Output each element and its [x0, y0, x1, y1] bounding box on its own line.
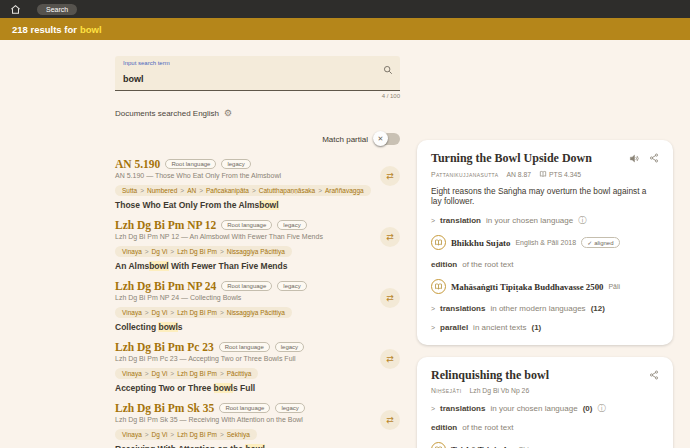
breadcrumb-link[interactable]: Nissaggiya Pācittiya: [227, 248, 285, 255]
author-name[interactable]: Mahāsaṅgīti Tipiṭaka Buddhavasse 2500: [451, 282, 603, 292]
breadcrumb-link[interactable]: Dg Vi: [152, 309, 168, 316]
compare-parallels-button[interactable]: ⇄: [380, 166, 400, 186]
expander-row[interactable]: >translationsin your chosen language(0)ⓘ: [431, 404, 659, 413]
search-field: Input search term: [115, 56, 400, 91]
breadcrumb-link[interactable]: Numbered: [147, 187, 177, 194]
expander-row[interactable]: >translationin your chosen languageⓘ: [431, 216, 659, 225]
search-input[interactable]: [123, 74, 363, 84]
result-snippet: Collecting bowls: [115, 322, 400, 332]
snippet-highlight: bowl: [149, 261, 168, 271]
breadcrumb-link[interactable]: Lzh Dg Bi Pm: [177, 431, 217, 438]
search-icon[interactable]: [383, 65, 393, 75]
result-title-link[interactable]: Lzh Dg Bi Pm NP 24: [115, 280, 216, 292]
search-results-list: AN 5.190Root languagelegacyAN 5.190 — Th…: [115, 158, 400, 448]
result-subtitle: Lzh Dg Bi Pm NP 12 — An Almsbowl With Fe…: [115, 233, 400, 240]
match-partial-toggle[interactable]: ✕: [374, 133, 400, 145]
breadcrumb-link[interactable]: Vinaya: [122, 370, 142, 377]
result-title-row: Lzh Dg Bi Pm Pc 23Root languagelegacy: [115, 341, 400, 353]
breadcrumb-link[interactable]: Vinaya: [122, 309, 142, 316]
breadcrumb: Sutta>Numbered>AN>Pañcakanipāta>Catuttha…: [115, 185, 371, 196]
expander-row[interactable]: >parallelin ancient texts(1): [431, 323, 659, 332]
breadcrumb-link[interactable]: Sutta: [122, 187, 137, 194]
author-name[interactable]: Bhikkhu Sujato: [451, 238, 510, 248]
result-badge: Root language: [221, 281, 272, 291]
pts-reference-text: PTS 4.345: [549, 171, 581, 178]
breadcrumb-link[interactable]: Vinaya: [122, 248, 142, 255]
card-meta-row: NiḥśejātiLzh Dg Bi Vb Np 26: [431, 387, 659, 394]
info-icon[interactable]: ⓘ: [578, 217, 586, 225]
result-snippet: Accepting Two or Three bowls Full: [115, 383, 400, 393]
breadcrumb-link[interactable]: Lzh Dg Bi Pm: [177, 248, 217, 255]
volume-icon[interactable]: [629, 153, 640, 164]
breadcrumb-link[interactable]: AN: [187, 187, 196, 194]
compare-parallels-button[interactable]: ⇄: [380, 410, 400, 430]
text-reference: AN 8.87: [506, 171, 531, 178]
publication-avatar: [431, 279, 446, 294]
breadcrumb-link[interactable]: Lzh Dg Bi Pm: [177, 309, 217, 316]
publication-avatar: [431, 442, 446, 448]
publication-row[interactable]: Mahāsaṅgīti Tipiṭaka Buddhavasse 2500Pāl…: [431, 279, 659, 294]
breadcrumb-link[interactable]: Vinaya: [122, 431, 142, 438]
breadcrumb-link[interactable]: Araññavagga: [325, 187, 364, 194]
breadcrumb-link[interactable]: Dg Vi: [152, 431, 168, 438]
book-icon: [539, 170, 547, 178]
publication-detail: Pāli: [608, 283, 620, 290]
result-title-link[interactable]: Lzh Dg Bi Pm NP 12: [115, 219, 216, 231]
breadcrumb-separator: >: [145, 370, 149, 377]
result-subtitle: Lzh Dg Bi Pm NP 24 — Collecting Bowls: [115, 294, 400, 301]
card-header: Turning the Bowl Upside Down: [431, 151, 659, 166]
snippet-highlight: bowl: [245, 444, 264, 448]
breadcrumb-link[interactable]: Catutthapaṇṇāsaka: [259, 187, 315, 194]
label-row: editionof the root text: [431, 423, 659, 432]
publication-row[interactable]: Bhikkhu SujatoEnglish & Pāli 2018✓aligne…: [431, 235, 659, 250]
breadcrumb-link[interactable]: Pācittiya: [227, 370, 252, 377]
snippet-highlight: bowl: [158, 322, 177, 332]
breadcrumb-link[interactable]: Pañcakanipāta: [206, 187, 249, 194]
card-title: Turning the Bowl Upside Down: [431, 151, 629, 166]
compare-parallels-button[interactable]: ⇄: [380, 349, 400, 369]
compare-parallels-button[interactable]: ⇄: [380, 227, 400, 247]
breadcrumb-separator: >: [220, 248, 224, 255]
card-meta-row: PattanikujjanasuttaAN 8.87PTS 4.345: [431, 170, 659, 178]
character-counter: 4 / 100: [115, 93, 400, 99]
breadcrumb-separator: >: [170, 431, 174, 438]
chevron-right-icon: >: [431, 405, 435, 412]
row-text: of the root text: [462, 260, 513, 269]
compare-parallels-button[interactable]: ⇄: [380, 288, 400, 308]
label-row: editionof the root text: [431, 260, 659, 269]
author-name[interactable]: Taishō Tripiṭaka: [451, 445, 513, 448]
gear-icon[interactable]: ⚙: [224, 109, 232, 118]
documents-searched-label: Documents searched English: [115, 109, 219, 118]
result-badge: Root language: [219, 342, 270, 352]
topbar-search-chip[interactable]: Search: [37, 4, 77, 15]
breadcrumb: Vinaya>Dg Vi>Lzh Dg Bi Pm>Nissaggiya Pāc…: [115, 307, 292, 318]
home-button[interactable]: [10, 4, 21, 15]
compare-arrows-icon: ⇄: [386, 294, 394, 303]
toggle-knob-close-icon: ✕: [373, 131, 388, 146]
result-badge: legacy: [221, 159, 250, 169]
breadcrumb-link[interactable]: Lzh Dg Bi Pm: [177, 370, 217, 377]
card-description: Eight reasons the Saṅgha may overturn th…: [431, 186, 659, 206]
snippet-text: Collecting: [115, 322, 158, 332]
search-result-item: Lzh Dg Bi Pm NP 12Root languagelegacyLzh…: [115, 219, 400, 271]
expander-row[interactable]: >translationsin other modern languages(1…: [431, 304, 659, 313]
share-icon[interactable]: [649, 370, 659, 380]
breadcrumb-separator: >: [220, 370, 224, 377]
result-title-link[interactable]: AN 5.190: [115, 158, 160, 170]
breadcrumb-separator: >: [220, 431, 224, 438]
breadcrumb-link[interactable]: Nissaggiya Pācittiya: [227, 309, 285, 316]
publication-row[interactable]: Taishō TripiṭakaChinese: [431, 442, 659, 448]
breadcrumb-link[interactable]: Dg Vi: [152, 248, 168, 255]
result-title-link[interactable]: Lzh Dg Bi Pm Pc 23: [115, 341, 214, 353]
search-result-item: Lzh Dg Bi Pm Pc 23Root languagelegacyLzh…: [115, 341, 400, 393]
chevron-right-icon: >: [431, 305, 435, 312]
share-icon[interactable]: [649, 153, 659, 164]
breadcrumb-link[interactable]: Sekhiya: [227, 431, 250, 438]
breadcrumb-separator: >: [170, 309, 174, 316]
breadcrumb-separator: >: [145, 309, 149, 316]
check-icon: ✓: [587, 239, 592, 246]
breadcrumb-link[interactable]: Dg Vi: [152, 370, 168, 377]
info-icon[interactable]: ⓘ: [597, 405, 605, 413]
card-rows: >translationin your chosen languageⓘBhik…: [431, 216, 659, 332]
result-title-link[interactable]: Lzh Dg Bi Pm Sk 35: [115, 402, 214, 414]
